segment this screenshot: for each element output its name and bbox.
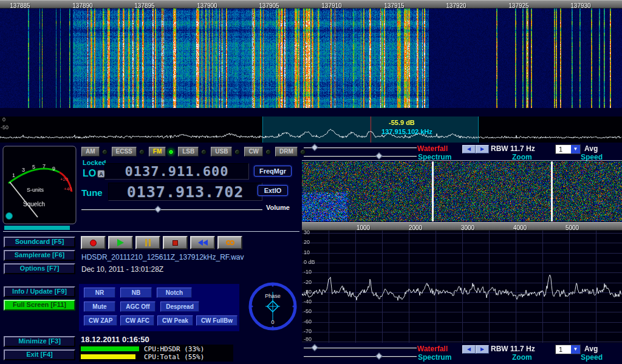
waterfall-contrast-slider-top[interactable] xyxy=(304,153,417,160)
mode-ecss-button[interactable]: ECSS xyxy=(112,147,137,157)
nr-button[interactable]: NR xyxy=(84,288,115,298)
pause-button[interactable] xyxy=(135,236,160,249)
nb-button[interactable]: NB xyxy=(120,288,152,298)
db-axis-label: 0 dB xyxy=(304,259,315,265)
smeter-tick-red: +40 xyxy=(64,186,72,192)
waterfall-contrast-slider-bottom[interactable] xyxy=(304,353,417,360)
waterfall-tab-bottom[interactable]: Waterfall xyxy=(417,345,448,353)
loop-button[interactable] xyxy=(217,236,242,249)
db-axis-label: 20 xyxy=(304,239,310,245)
fullscreen-button[interactable]: Full Screen [F11] xyxy=(4,300,75,311)
slider-thumb[interactable] xyxy=(311,144,318,150)
cpu-total-bar xyxy=(81,354,135,359)
speed-select-value: 1 xyxy=(556,345,571,354)
zoom-in-button[interactable]: ▶ xyxy=(476,145,489,153)
soundcard-button[interactable]: Soundcard [F5] xyxy=(4,237,75,248)
record-icon xyxy=(90,240,97,246)
rewind-button[interactable] xyxy=(190,236,215,249)
main-waterfall[interactable] xyxy=(0,0,622,108)
cw-peak-button[interactable]: CW Peak xyxy=(157,315,193,326)
avg-label-bottom: Avg xyxy=(584,345,598,353)
lo-frequency-display[interactable]: 0137.911.600 xyxy=(104,163,249,180)
waterfall-brightness-slider-bottom[interactable] xyxy=(304,345,417,352)
clock: 18.12.2011 0:16:50 xyxy=(81,335,149,344)
cw-fullbw-button[interactable]: CW FullBw xyxy=(196,315,238,326)
button-label: Info / Update xyxy=(12,288,53,295)
mode-row: AM ECSS FM LSB USB CW DRM xyxy=(81,147,307,157)
slider-thumb[interactable] xyxy=(311,344,318,351)
pause-icon xyxy=(145,239,147,246)
rewind-icon xyxy=(198,240,203,246)
slider-thumb[interactable] xyxy=(375,352,382,359)
stop-button[interactable] xyxy=(163,236,188,249)
playback-controls xyxy=(81,236,242,249)
spectrum-tab-bottom[interactable]: Spectrum xyxy=(418,353,451,362)
notch-button[interactable]: Notch xyxy=(157,288,192,298)
waterfall-brightness-slider-top[interactable] xyxy=(304,144,417,152)
play-icon xyxy=(117,239,124,246)
tune-frequency-display[interactable]: 0137.913.702 xyxy=(108,183,262,201)
minimize-button[interactable]: Minimize [F3] xyxy=(4,336,75,347)
mute-button[interactable]: Mute xyxy=(84,302,115,312)
slider-track xyxy=(304,156,417,157)
zoom-out-button[interactable]: ◀ xyxy=(462,345,476,354)
rbw-label-top: RBW 11.7 Hz xyxy=(491,144,535,153)
samplerate-button[interactable]: Samplerate [F6] xyxy=(4,250,75,261)
mode-am-button[interactable]: AM xyxy=(81,147,100,157)
db-axis-label: -80 xyxy=(304,336,312,342)
db-axis-label: -60 xyxy=(304,318,312,325)
smeter-tick-red: +20 xyxy=(60,177,69,182)
main-frequency-scale[interactable]: 137885 137890 137895 137900 137905 13791… xyxy=(0,0,622,8)
smeter-tick: 1 xyxy=(12,172,15,178)
record-button[interactable] xyxy=(81,236,106,249)
main-spectrum-db-mid: -50 xyxy=(1,124,9,130)
button-label: Soundcard xyxy=(15,238,50,245)
zoom-frequency-scale[interactable]: 1000 2000 3000 4000 5000 xyxy=(302,222,622,231)
volume-slider[interactable] xyxy=(81,206,262,214)
cursor-freq-readout: 137.915.102 kHz xyxy=(381,128,432,135)
info-update-button[interactable]: Info / Update [F9] xyxy=(4,286,75,297)
mode-cw-button[interactable]: CW xyxy=(244,147,263,157)
smeter-tick: 7 xyxy=(43,163,46,169)
zoom-waterfall[interactable] xyxy=(302,161,622,221)
options-button[interactable]: Options [F7] xyxy=(4,263,75,274)
recording-timestamp: Dec 10, 2011 - 13:01:28Z xyxy=(81,265,163,274)
db-axis-label: -10 xyxy=(304,269,312,275)
mode-fm-button[interactable]: FM xyxy=(149,147,166,157)
slider-thumb[interactable] xyxy=(375,152,382,159)
zoom-out-button[interactable]: ◀ xyxy=(462,145,476,153)
button-label: Samplerate xyxy=(15,251,50,258)
db-axis-label: -40 xyxy=(304,298,312,305)
mode-lsb-button[interactable]: LSB xyxy=(178,147,199,157)
mode-drm-button[interactable]: DRM xyxy=(275,147,298,157)
extio-button[interactable]: ExtIO xyxy=(258,185,288,196)
chevron-down-icon[interactable]: ▼ xyxy=(571,145,580,153)
freqmgr-button[interactable]: FreqMgr xyxy=(254,166,292,177)
main-spectrum[interactable] xyxy=(0,116,622,143)
freq-scale-label: 137890 xyxy=(63,2,102,9)
chevron-down-icon[interactable]: ▼ xyxy=(571,345,580,354)
squelch-knob[interactable] xyxy=(6,213,13,220)
zoom-in-button[interactable]: ▶ xyxy=(476,345,489,354)
speed-select-top[interactable]: 1 ▼ xyxy=(555,144,581,154)
avg-label-top: Avg xyxy=(584,144,598,153)
exit-button[interactable]: Exit [F4] xyxy=(4,349,75,360)
tune-label: Tune xyxy=(81,187,103,198)
slider-thumb[interactable] xyxy=(154,206,161,212)
phase-dial[interactable]: Phase 0 xyxy=(247,281,298,332)
mode-usb-led xyxy=(234,149,240,155)
db-axis-label: 10 xyxy=(304,249,310,255)
cw-afc-button[interactable]: CW AFC xyxy=(120,315,154,326)
mode-usb-button[interactable]: USB xyxy=(211,147,232,157)
mode-ecss-led xyxy=(139,149,145,155)
cw-zap-button[interactable]: CW ZAP xyxy=(84,315,117,326)
play-button[interactable] xyxy=(108,236,133,249)
speed-select-bottom[interactable]: 1 ▼ xyxy=(555,345,581,354)
dsp-row: CW ZAP CW AFC CW Peak CW FullBw xyxy=(84,315,239,326)
dsp-row: Mute AGC Off Despread xyxy=(84,302,239,312)
mode-am-led xyxy=(102,149,108,155)
zoom-spectrum[interactable] xyxy=(302,231,622,343)
despread-button[interactable]: Despread xyxy=(160,302,199,312)
agc-off-button[interactable]: AGC Off xyxy=(120,302,156,312)
waterfall-tab-top[interactable]: Waterfall xyxy=(417,144,448,153)
